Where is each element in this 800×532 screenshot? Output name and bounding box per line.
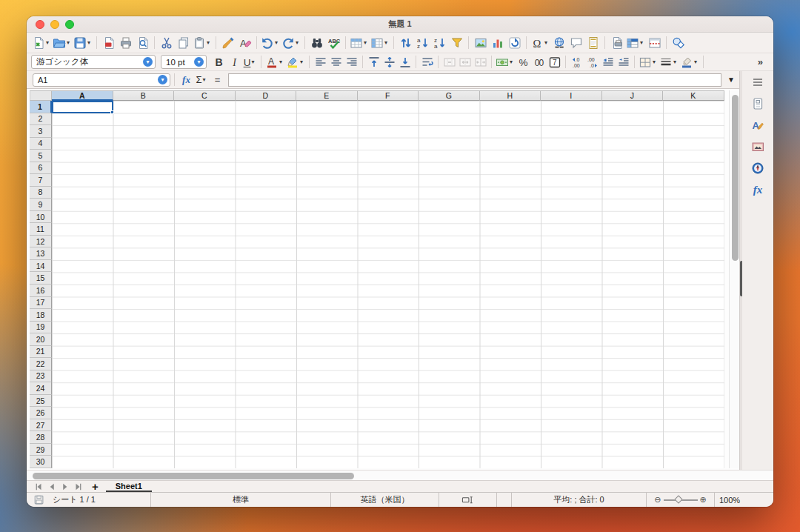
- average-sum-status[interactable]: 平均: ; 合計: 0: [512, 493, 647, 507]
- selection-mode-icon[interactable]: [460, 493, 476, 507]
- chevron-down-icon[interactable]: ▾: [544, 39, 550, 46]
- row-header-28[interactable]: 28: [30, 431, 52, 444]
- row-header-23[interactable]: 23: [30, 370, 52, 383]
- column-header-e[interactable]: E: [296, 90, 358, 101]
- add-sheet-button[interactable]: +: [92, 481, 99, 492]
- row-header-6[interactable]: 6: [30, 162, 52, 175]
- row-header-14[interactable]: 14: [30, 260, 52, 273]
- horizontal-scrollbar[interactable]: [27, 470, 773, 480]
- new-document-button[interactable]: ▾: [31, 35, 52, 51]
- wrap-text-button[interactable]: [419, 54, 435, 70]
- row-header-30[interactable]: 30: [30, 456, 52, 468]
- chevron-down-icon[interactable]: ▾: [640, 39, 645, 46]
- align-vcenter-button[interactable]: [381, 54, 397, 70]
- chevron-down-icon[interactable]: ▾: [207, 39, 212, 46]
- styles-button[interactable]: A: [749, 117, 767, 133]
- align-center-button[interactable]: [328, 54, 344, 70]
- border-color-button[interactable]: ▾: [679, 54, 700, 70]
- chevron-down-icon[interactable]: ▾: [67, 39, 72, 46]
- chevron-down-icon[interactable]: ▾: [364, 39, 369, 46]
- print-area-button[interactable]: [608, 35, 625, 51]
- special-character-button[interactable]: Ω▾: [530, 35, 550, 51]
- column-header-h[interactable]: H: [480, 90, 541, 101]
- column-header-f[interactable]: F: [358, 90, 419, 101]
- zoom-in-icon[interactable]: ⊕: [700, 495, 707, 505]
- column-header-k[interactable]: K: [663, 90, 724, 101]
- vertical-scrollbar[interactable]: [729, 90, 739, 468]
- zoom-slider-thumb[interactable]: [674, 495, 682, 503]
- bold-button[interactable]: B: [211, 54, 227, 70]
- autofilter-button[interactable]: [448, 35, 465, 51]
- font-color-button[interactable]: A▾: [264, 54, 285, 70]
- row-header-9[interactable]: 9: [30, 199, 52, 211]
- chevron-down-icon[interactable]: ▾: [510, 59, 515, 65]
- expand-formula-bar-button[interactable]: ▼: [727, 76, 735, 84]
- column-header-b[interactable]: B: [113, 90, 175, 101]
- redo-button[interactable]: ▾: [281, 35, 301, 51]
- clone-formatting-button[interactable]: [219, 35, 236, 51]
- print-preview-button[interactable]: [134, 35, 151, 51]
- sheet-info[interactable]: シート 1 / 1: [53, 494, 96, 505]
- chevron-down-icon[interactable]: ▾: [158, 75, 167, 84]
- gallery-button[interactable]: [749, 139, 767, 155]
- chevron-down-icon[interactable]: ▾: [279, 59, 284, 65]
- sort-descending-button[interactable]: za: [431, 35, 448, 51]
- percent-format-button[interactable]: %: [516, 54, 531, 70]
- row-header-1[interactable]: 1: [30, 101, 52, 113]
- row-header-21[interactable]: 21: [30, 346, 52, 359]
- minimize-button[interactable]: [50, 20, 59, 29]
- row-header-2[interactable]: 2: [30, 113, 52, 126]
- row-header-10[interactable]: 10: [30, 211, 52, 224]
- row-header-27[interactable]: 27: [30, 419, 52, 432]
- row-header-17[interactable]: 17: [30, 297, 52, 310]
- italic-button[interactable]: I: [227, 54, 242, 70]
- last-sheet-button[interactable]: [73, 482, 84, 492]
- row-header-5[interactable]: 5: [30, 150, 52, 162]
- formula-button[interactable]: =: [210, 72, 225, 88]
- column-header-a[interactable]: A: [52, 90, 113, 101]
- chevron-down-icon[interactable]: ▾: [194, 57, 204, 67]
- row-header-11[interactable]: 11: [30, 223, 52, 236]
- align-top-button[interactable]: [366, 54, 381, 70]
- sort-button[interactable]: [397, 35, 414, 51]
- currency-format-button[interactable]: ▾: [495, 54, 516, 70]
- align-left-button[interactable]: [313, 54, 328, 70]
- indent-increase-button[interactable]: [600, 54, 616, 70]
- freeze-panes-button[interactable]: ▾: [625, 35, 646, 51]
- headers-footers-button[interactable]: [584, 35, 601, 51]
- align-bottom-button[interactable]: [397, 54, 413, 70]
- row-header-4[interactable]: 4: [30, 138, 52, 150]
- column-header-d[interactable]: D: [236, 90, 297, 101]
- column-header-c[interactable]: C: [174, 90, 236, 101]
- insert-chart-button[interactable]: [489, 35, 506, 51]
- row-header-26[interactable]: 26: [30, 407, 52, 419]
- chevron-down-icon[interactable]: ▾: [694, 59, 699, 65]
- add-decimal-button[interactable]: .0.00: [569, 54, 584, 70]
- row-header-7[interactable]: 7: [30, 174, 52, 187]
- spreadsheet-cells[interactable]: [52, 101, 724, 468]
- undo-button[interactable]: ▾: [260, 35, 281, 51]
- selected-cell[interactable]: [52, 101, 113, 113]
- chevron-down-icon[interactable]: ▾: [46, 39, 51, 46]
- delete-decimal-button[interactable]: .00.0: [584, 54, 600, 70]
- chevron-down-icon[interactable]: ▾: [275, 39, 280, 46]
- export-pdf-button[interactable]: [100, 35, 117, 51]
- sheet-tab-sheet1[interactable]: Sheet1: [106, 481, 152, 492]
- row-header-3[interactable]: 3: [30, 125, 52, 138]
- draw-functions-button[interactable]: [670, 35, 687, 51]
- align-right-button[interactable]: [344, 54, 359, 70]
- indent-decrease-button[interactable]: [616, 54, 631, 70]
- highlight-color-button[interactable]: ▾: [285, 54, 306, 70]
- next-sheet-button[interactable]: [59, 482, 71, 492]
- open-button[interactable]: ▾: [52, 35, 73, 51]
- borders-button[interactable]: ▾: [638, 54, 659, 70]
- vertical-scrollbar-thumb[interactable]: [732, 95, 739, 261]
- pivot-table-button[interactable]: [506, 35, 523, 51]
- title-bar[interactable]: 無題 1: [27, 16, 773, 33]
- chevron-down-icon[interactable]: ▾: [296, 39, 301, 46]
- formula-input[interactable]: [228, 73, 721, 87]
- row-header-20[interactable]: 20: [30, 333, 52, 346]
- zoom-button[interactable]: [65, 20, 74, 29]
- page-style-status[interactable]: 標準: [151, 493, 331, 507]
- chevron-down-icon[interactable]: ▾: [251, 59, 256, 65]
